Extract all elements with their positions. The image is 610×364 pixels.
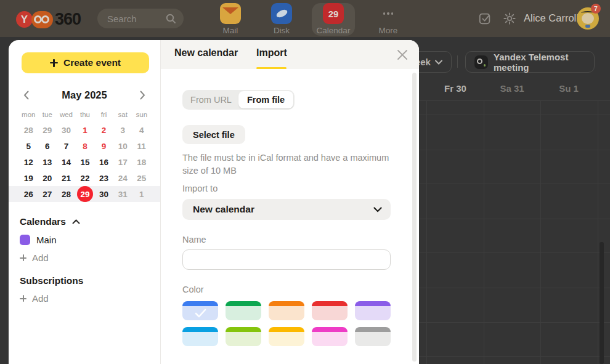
- weekday-label: mon: [19, 111, 38, 118]
- mini-calendar-day[interactable]: 18: [132, 154, 151, 170]
- create-event-button[interactable]: Create event: [22, 52, 149, 73]
- mini-calendar-day[interactable]: 7: [57, 138, 76, 154]
- mini-calendar-day[interactable]: 16: [94, 154, 113, 170]
- mini-calendar-day[interactable]: 21: [57, 170, 76, 186]
- mini-calendar-grid: 2829301234567891011121314151617181920212…: [9, 122, 160, 202]
- user-avatar[interactable]: 7: [577, 7, 599, 30]
- more-dots-icon: [383, 3, 394, 24]
- grid-line: [426, 100, 427, 364]
- mini-calendar-day[interactable]: 27: [38, 186, 57, 202]
- mini-calendar-day[interactable]: 5: [19, 138, 38, 154]
- mini-calendar-day[interactable]: 22: [76, 170, 95, 186]
- disk-icon: [271, 3, 292, 24]
- mini-calendar-day[interactable]: 26: [19, 186, 38, 202]
- select-file-button[interactable]: Select file: [182, 125, 245, 144]
- mini-calendar-day[interactable]: 8: [76, 138, 95, 154]
- color-swatch[interactable]: [182, 327, 218, 346]
- import-to-select[interactable]: New calendar: [182, 199, 391, 220]
- import-to-value: New calendar: [193, 204, 373, 215]
- tasks-check-square-icon[interactable]: [478, 12, 492, 28]
- next-month-button[interactable]: [140, 91, 145, 102]
- search-box[interactable]: [97, 9, 184, 28]
- mini-calendar-day[interactable]: 29: [38, 122, 57, 138]
- color-swatch[interactable]: [355, 301, 391, 320]
- mini-calendar-day[interactable]: 30: [57, 122, 76, 138]
- tab-new-calendar[interactable]: New calendar: [174, 47, 238, 59]
- check-icon: [195, 309, 206, 318]
- color-swatch[interactable]: [182, 301, 218, 320]
- mini-calendar-day[interactable]: 15: [76, 154, 95, 170]
- notification-badge: 7: [591, 4, 601, 14]
- tab-import[interactable]: Import: [256, 47, 287, 59]
- chevron-down-icon: [435, 60, 442, 65]
- user-name[interactable]: Alice Carroll: [524, 12, 579, 24]
- color-swatch[interactable]: [226, 301, 261, 320]
- settings-gear-icon[interactable]: [503, 12, 516, 28]
- toolbar-divider: [457, 55, 458, 68]
- mail-icon: [220, 3, 241, 24]
- from-url-segment[interactable]: From URL: [184, 91, 238, 108]
- color-label: Color: [182, 285, 204, 294]
- app-calendar[interactable]: 29 Calendar: [312, 3, 355, 36]
- page-scrollbar[interactable]: [600, 242, 604, 364]
- active-tab-underline: [256, 67, 287, 70]
- mini-calendar-day[interactable]: 17: [113, 154, 132, 170]
- mini-calendar-day[interactable]: 11: [132, 138, 151, 154]
- week-day-headers: Fr 30Sa 31Su 1: [419, 83, 610, 97]
- mini-calendar-day[interactable]: 13: [38, 154, 57, 170]
- color-swatch[interactable]: [226, 327, 261, 346]
- calendar-name-input[interactable]: [182, 249, 391, 270]
- mini-calendar-day[interactable]: 3: [113, 122, 132, 138]
- mini-calendar-day[interactable]: 19: [19, 170, 38, 186]
- mini-calendar-day[interactable]: 24: [113, 170, 132, 186]
- color-swatch[interactable]: [269, 327, 304, 346]
- subscriptions-section-header: Subscriptions: [20, 275, 83, 286]
- search-input[interactable]: [107, 14, 166, 24]
- mini-calendar-day[interactable]: 31: [113, 186, 132, 202]
- calendar-list-item-main[interactable]: Main: [20, 235, 57, 245]
- telemost-meeting-button[interactable]: Yandex Telemost meeting: [465, 51, 595, 73]
- color-swatch[interactable]: [269, 301, 304, 320]
- mini-calendar-day[interactable]: 1: [132, 186, 151, 202]
- mini-calendar-day[interactable]: 28: [19, 122, 38, 138]
- mini-calendar-day[interactable]: 20: [38, 170, 57, 186]
- color-swatch[interactable]: [312, 327, 348, 346]
- app-more[interactable]: More: [367, 3, 410, 36]
- weekday-label: wed: [57, 111, 76, 118]
- color-swatch[interactable]: [355, 327, 391, 346]
- close-icon[interactable]: [396, 48, 409, 62]
- mini-calendar-day[interactable]: 1: [76, 122, 95, 138]
- mini-calendar-weekday-row: montuewedthufrisatsun: [9, 111, 160, 118]
- day-column-header: Fr 30: [427, 83, 484, 94]
- add-subscription-button[interactable]: Add: [20, 293, 49, 304]
- chevron-down-icon: [373, 207, 382, 212]
- mini-calendar-day[interactable]: 25: [132, 170, 151, 186]
- import-source-toggle: From URL From file: [182, 90, 295, 110]
- mini-calendar-day[interactable]: 12: [19, 154, 38, 170]
- app-mail[interactable]: Mail: [209, 3, 252, 36]
- weekday-label: thu: [76, 111, 95, 118]
- screen: Week Yandex Telemost meeting Fr 30Sa 31S…: [0, 0, 610, 364]
- color-swatch[interactable]: [312, 301, 348, 320]
- from-file-segment[interactable]: From file: [238, 91, 293, 108]
- import-dialog: New calendar Import From URL From file S…: [160, 40, 419, 364]
- mini-calendar-day[interactable]: 9: [94, 138, 113, 154]
- mini-calendar-day[interactable]: 6: [38, 138, 57, 154]
- mini-calendar-day[interactable]: 30: [94, 186, 113, 202]
- calendars-section-header[interactable]: Calendars: [20, 216, 80, 227]
- mini-calendar-day[interactable]: 2: [94, 122, 113, 138]
- mini-calendar-day[interactable]: 14: [57, 154, 76, 170]
- yandex-360-logo[interactable]: Y 360: [16, 10, 81, 29]
- mini-calendar-day[interactable]: 10: [113, 138, 132, 154]
- mini-calendar-day[interactable]: 29: [76, 186, 95, 202]
- app-disk[interactable]: Disk: [260, 3, 303, 36]
- mini-calendar-day[interactable]: 28: [57, 186, 76, 202]
- mini-calendar-week-row: 2829301234: [9, 122, 160, 138]
- color-swatch-grid: [182, 301, 398, 346]
- dialog-scrollbar[interactable]: [412, 73, 417, 362]
- add-calendar-button[interactable]: Add: [20, 253, 49, 263]
- mini-calendar-day[interactable]: 4: [132, 122, 151, 138]
- mini-calendar-day[interactable]: 23: [94, 170, 113, 186]
- mini-calendar-week-row: 19202122232425: [9, 170, 160, 186]
- plus-icon: [20, 295, 26, 302]
